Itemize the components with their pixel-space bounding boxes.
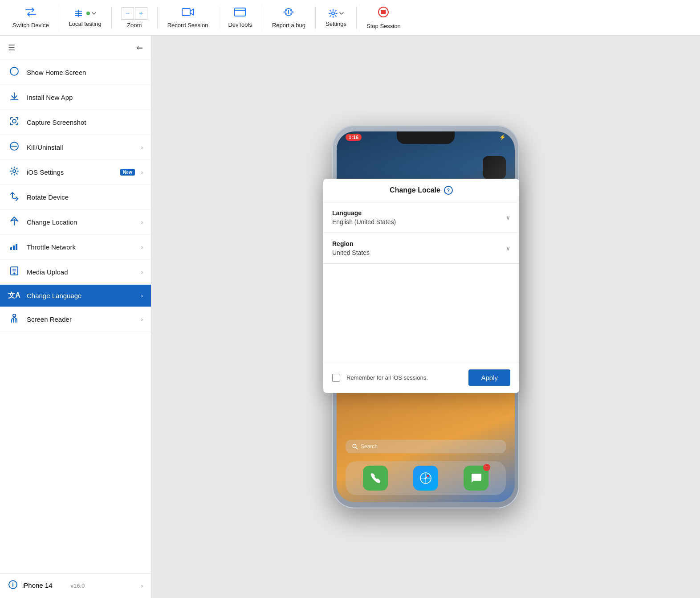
svg-point-15: [12, 119, 16, 123]
svg-point-10: [332, 12, 334, 15]
stop-session-button[interactable]: Stop Session: [358, 3, 409, 33]
sidebar-collapse-icon[interactable]: ⇐: [136, 43, 143, 53]
region-label: Region: [332, 240, 370, 247]
language-dropdown[interactable]: Language English (United States) ∨: [332, 209, 510, 225]
change-location-icon: [8, 216, 20, 228]
sidebar-item-change-language[interactable]: 文A Change Language ›: [0, 285, 151, 307]
screenshot-icon: [8, 116, 20, 128]
modal-header: Change Locale ?: [323, 179, 519, 202]
sidebar-header: ☰ ⇐: [0, 36, 151, 60]
sidebar-item-rotate-device[interactable]: Rotate Device: [0, 185, 151, 210]
settings-label: Settings: [326, 20, 346, 27]
report-bug-icon: [283, 7, 294, 20]
sidebar-item-label-throttle-network: Throttle Network: [27, 243, 135, 251]
zoom-icon: − +: [122, 7, 147, 20]
sidebar-item-throttle-network[interactable]: Throttle Network ›: [0, 235, 151, 260]
divider-2: [111, 7, 112, 29]
svg-point-31: [12, 582, 13, 583]
svg-rect-20: [10, 247, 12, 250]
language-field: Language English (United States): [332, 209, 396, 225]
phone-search-label: Search: [361, 443, 378, 450]
change-language-icon: 文A: [8, 291, 20, 300]
media-upload-icon: [8, 266, 20, 278]
sidebar-item-label-media-upload: Media Upload: [27, 268, 135, 276]
modal-language-section[interactable]: Language English (United States) ∨: [323, 202, 519, 233]
region-chevron: ∨: [506, 245, 510, 252]
dock-icon-safari: [413, 466, 438, 491]
sidebar-item-media-upload[interactable]: Media Upload ›: [0, 260, 151, 285]
change-language-chevron: ›: [141, 292, 143, 299]
svg-point-18: [13, 170, 16, 172]
local-testing-label: Local testing: [69, 20, 102, 27]
sidebar-item-kill-uninstall[interactable]: Kill/Uninstall ›: [0, 135, 151, 160]
sidebar-item-label-kill-uninstall: Kill/Uninstall: [27, 143, 135, 151]
divider-5: [262, 7, 262, 29]
modal-region-section[interactable]: Region United States ∨: [323, 233, 519, 264]
sidebar-footer-device[interactable]: iPhone 14 v16.0 ›: [0, 573, 151, 598]
local-testing-button[interactable]: Local testing: [61, 5, 110, 31]
sidebar-item-label-rotate-device: Rotate Device: [27, 193, 143, 201]
modal-body: [323, 264, 519, 362]
messages-notification-badge: !: [483, 464, 490, 471]
apply-button[interactable]: Apply: [468, 369, 510, 386]
screen-reader-chevron: ›: [141, 316, 143, 323]
change-locale-modal: Change Locale ? Language English (United…: [323, 179, 519, 393]
language-label: Language: [332, 209, 396, 217]
phone-search-bar: Search: [346, 440, 506, 453]
sidebar-item-change-location[interactable]: Change Location ›: [0, 210, 151, 235]
region-dropdown[interactable]: Region United States ∨: [332, 240, 510, 256]
region-field: Region United States: [332, 240, 370, 256]
kill-uninstall-icon: [8, 141, 20, 153]
zoom-plus-button[interactable]: +: [135, 7, 147, 20]
devtools-button[interactable]: DevTools: [220, 4, 260, 32]
footer-chevron: ›: [141, 582, 143, 589]
svg-point-26: [13, 314, 16, 317]
divider-3: [157, 7, 158, 29]
switch-device-icon: [25, 7, 37, 20]
switch-device-button[interactable]: Switch Device: [4, 4, 57, 32]
device-info-icon: [8, 580, 18, 592]
rotate-device-icon: [8, 191, 20, 203]
remember-checkbox[interactable]: [332, 374, 340, 382]
local-testing-icon: [73, 8, 97, 18]
throttle-network-icon: [8, 241, 20, 253]
svg-rect-5: [235, 8, 245, 16]
sidebar-item-screen-reader[interactable]: Screen Reader ›: [0, 307, 151, 332]
devtools-label: DevTools: [228, 21, 252, 28]
media-upload-chevron: ›: [141, 269, 143, 275]
footer-version: v16.0: [70, 582, 85, 589]
sidebar-item-capture-screenshot[interactable]: Capture Screenshot: [0, 110, 151, 135]
language-value: English (United States): [332, 218, 396, 225]
sidebar-menu-icon[interactable]: ☰: [8, 43, 15, 53]
sidebar-item-ios-settings[interactable]: iOS Settings New ›: [0, 160, 151, 185]
settings-button[interactable]: Settings: [317, 5, 354, 31]
sidebar-item-install-new-app[interactable]: Install New App: [0, 85, 151, 110]
ios-settings-icon: [8, 166, 20, 178]
divider-7: [356, 7, 357, 29]
ios-settings-chevron: ›: [141, 169, 143, 176]
zoom-button[interactable]: − + Zoom: [114, 4, 155, 32]
svg-rect-12: [381, 10, 386, 14]
record-session-button[interactable]: Record Session: [159, 4, 216, 32]
sidebar-item-show-home-screen[interactable]: Show Home Screen: [0, 60, 151, 85]
throttle-network-chevron: ›: [141, 244, 143, 250]
sidebar-item-label-capture-screenshot: Capture Screenshot: [27, 119, 143, 126]
settings-icon: [328, 8, 344, 18]
report-bug-label: Report a bug: [272, 22, 305, 29]
dock-icon-phone: [363, 466, 388, 491]
modal-footer: Remember for all iOS sessions. Apply: [323, 362, 519, 393]
modal-help-icon[interactable]: ?: [444, 186, 453, 195]
time-badge: 1:16: [346, 134, 362, 141]
sidebar-item-label-screen-reader: Screen Reader: [27, 315, 135, 323]
report-bug-button[interactable]: Report a bug: [264, 4, 313, 32]
divider-1: [59, 7, 59, 29]
region-value: United States: [332, 249, 370, 256]
zoom-label: Zoom: [127, 22, 142, 29]
sidebar-item-label-change-language: Change Language: [27, 292, 135, 299]
zoom-minus-button[interactable]: −: [122, 7, 134, 20]
dock-icon-messages: !: [464, 466, 488, 491]
modal-title: Change Locale: [390, 186, 440, 194]
kill-uninstall-chevron: ›: [141, 144, 143, 151]
svg-rect-21: [13, 246, 15, 250]
sidebar-item-label-change-location: Change Location: [27, 218, 135, 226]
